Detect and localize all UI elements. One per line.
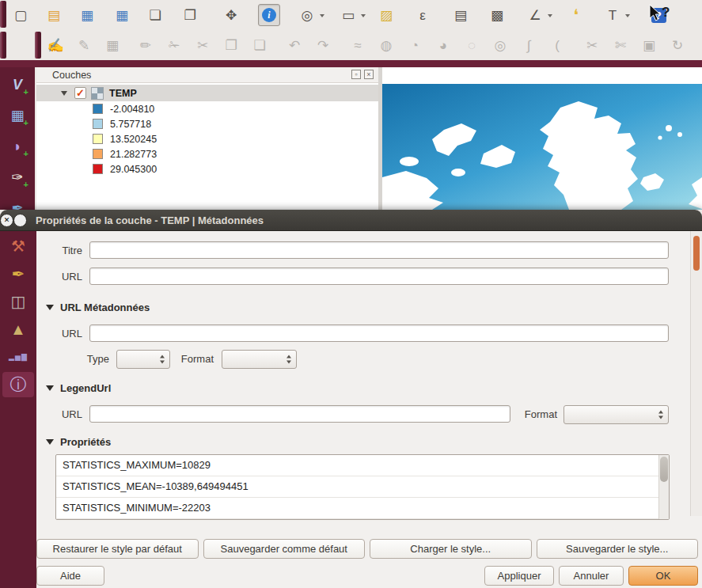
properties-section-header[interactable]: Propriétés [46, 435, 111, 449]
title-input[interactable] [89, 241, 669, 259]
redo-icon[interactable]: ↷ [312, 34, 334, 56]
toolbar-button-glyph: ▭ [342, 9, 355, 22]
save-edits-icon[interactable]: ▦ [101, 34, 123, 56]
layer-properties-dialog: ✕ Propriétés de la couche - TEMP | Métad… [0, 210, 702, 588]
restore-default-style-button[interactable]: Restaurer le style par défaut [36, 539, 199, 559]
toolbar-button-glyph: ( [555, 39, 560, 52]
expression-select-icon[interactable]: ε [412, 4, 434, 26]
legend-class-5[interactable]: 29.045300 [36, 161, 378, 176]
add-raster-layer-icon[interactable]: ▦ + [6, 104, 29, 127]
add-spatialite-layer-icon[interactable]: ✑ + [6, 165, 29, 189]
type-select[interactable] [116, 350, 170, 369]
delete-part-icon[interactable]: ◎ [489, 34, 511, 56]
add-database-layer-icon[interactable]: ◗ + [6, 135, 29, 158]
select-features-icon[interactable]: ▭ [337, 4, 359, 26]
map-tips-icon[interactable]: ❛ [565, 4, 587, 26]
merge-features-icon[interactable]: ▣ [638, 34, 660, 56]
current-edits-icon[interactable]: ✍ [44, 34, 66, 56]
split-features-icon[interactable]: ✂ [581, 34, 603, 56]
legend-class-3[interactable]: 13.520245 [36, 131, 378, 146]
url-input[interactable] [89, 267, 669, 285]
cut-features-icon[interactable]: ✂ [192, 34, 214, 56]
ok-button[interactable]: OK [628, 566, 698, 586]
open-project-icon[interactable]: ▤ [43, 4, 65, 26]
map-canvas[interactable] [382, 67, 702, 210]
attribute-table-icon[interactable]: ▤ [450, 4, 472, 26]
save-as-default-button[interactable]: Sauvegarder comme défaut [203, 539, 366, 559]
measure-icon[interactable]: ∠ [524, 4, 546, 26]
legend-class-2[interactable]: 5.757718 [36, 116, 378, 131]
property-row[interactable]: STATISTICS_MEAN=-10389,649494451 [56, 476, 669, 498]
metadata-url-section-header[interactable]: URL Métadonnées [46, 301, 150, 314]
tab-pyramids[interactable]: ▲ [2, 317, 34, 342]
delete-ring-icon[interactable]: ◌ [461, 34, 483, 56]
pan-map-icon[interactable]: ✥ [220, 4, 242, 26]
undo-icon[interactable]: ↶ [283, 34, 305, 56]
tab-general[interactable]: ⚒ [2, 233, 34, 259]
composer-manager-icon[interactable]: ❐ [179, 4, 201, 26]
layer-visibility-checkbox[interactable]: ✓ [74, 87, 86, 99]
toolbar-handle[interactable] [0, 32, 6, 59]
add-part-icon[interactable]: ◔ [404, 34, 426, 56]
deselect-features-icon[interactable]: ▨ [375, 4, 397, 26]
load-style-button[interactable]: Charger le style... [370, 539, 532, 559]
toolbar-handle[interactable] [0, 1, 6, 28]
properties-scrollbar[interactable] [658, 455, 669, 519]
save-style-button[interactable]: Sauvegarder le style... [537, 539, 699, 559]
new-composer-icon[interactable]: ❏ [144, 4, 166, 26]
tab-histogram[interactable]: ▂▅▇ [2, 344, 34, 370]
close-panel-button[interactable]: × [364, 70, 374, 79]
zoom-tool-icon[interactable]: ◎ [296, 4, 318, 26]
reshape-features-icon[interactable]: ∫ [518, 34, 540, 56]
copy-features-icon[interactable]: ❐ [220, 34, 242, 56]
toggle-editing-icon[interactable]: ✎ [73, 34, 95, 56]
tab-metadata[interactable]: ⓘ [2, 372, 34, 397]
layers-panel-header: Couches ▫ × [36, 67, 378, 82]
fill-ring-icon[interactable]: ◕ [432, 34, 454, 56]
metadata-url-input[interactable] [89, 324, 669, 342]
cancel-button[interactable]: Annuler [559, 566, 624, 586]
close-window-button[interactable]: ✕ [0, 214, 13, 227]
expand-arrow-icon[interactable] [61, 91, 67, 99]
split-parts-icon[interactable]: ✄ [609, 34, 632, 56]
float-panel-button[interactable]: ▫ [351, 70, 361, 79]
format-select[interactable] [222, 350, 297, 369]
text-annotation-icon[interactable]: T [601, 4, 624, 26]
help-button[interactable]: Aide [36, 566, 104, 586]
property-row[interactable]: STATISTICS_MINIMUM=-22203 [56, 498, 669, 519]
legend-class-4[interactable]: 21.282773 [36, 146, 378, 161]
delete-selected-icon[interactable]: ✁ [163, 34, 185, 56]
save-project-icon[interactable]: ▦ [76, 4, 98, 26]
tab-style[interactable]: ✒ [2, 261, 34, 286]
rotate-feature-icon[interactable]: ↻ [666, 34, 689, 56]
add-ring-icon[interactable]: ◍ [375, 34, 397, 56]
identify-icon[interactable]: i [258, 4, 280, 26]
legend-class-1[interactable]: -2.004810 [36, 101, 378, 116]
dialog-scrollbar[interactable] [690, 231, 702, 516]
dialog-titlebar[interactable]: ✕ Propriétés de la couche - TEMP | Métad… [0, 210, 702, 231]
toolbar-button-glyph: ▢ [14, 9, 27, 22]
add-plus-badge: + [24, 180, 28, 189]
scrollbar-thumb[interactable] [660, 457, 668, 482]
toolbar-button-glyph: ❏ [149, 9, 161, 22]
dialog-scrollbar-thumb[interactable] [693, 236, 700, 271]
layer-item-temp[interactable]: ✓ TEMP [36, 85, 378, 101]
legendurl-section-header[interactable]: LegendUrl [46, 381, 111, 395]
toolbar-button-glyph: ✁ [169, 39, 180, 52]
add-vector-layer-icon[interactable]: V + [6, 73, 29, 97]
property-row[interactable]: STATISTICS_MAXIMUM=10829 [56, 455, 669, 476]
offset-curve-icon[interactable]: ( [546, 34, 568, 56]
legend-format-select[interactable] [563, 405, 669, 424]
toolbar-button-glyph: ◎ [495, 39, 507, 52]
restore-window-button[interactable] [13, 214, 27, 227]
new-project-icon[interactable]: ▢ [9, 4, 32, 26]
legendurl-input[interactable] [89, 405, 510, 423]
raster-calculator-icon[interactable]: ▩ [486, 4, 508, 26]
paste-features-icon[interactable]: ❏ [249, 34, 271, 56]
save-project-as-icon[interactable]: ▦ [111, 4, 133, 26]
simplify-feature-icon[interactable]: ≈ [347, 34, 369, 56]
tab-transparency[interactable]: ◫ [2, 289, 34, 314]
toolbar-handle[interactable] [35, 32, 41, 59]
node-tool-icon[interactable]: ✏ [135, 34, 157, 56]
apply-button[interactable]: Appliquer [484, 566, 554, 586]
